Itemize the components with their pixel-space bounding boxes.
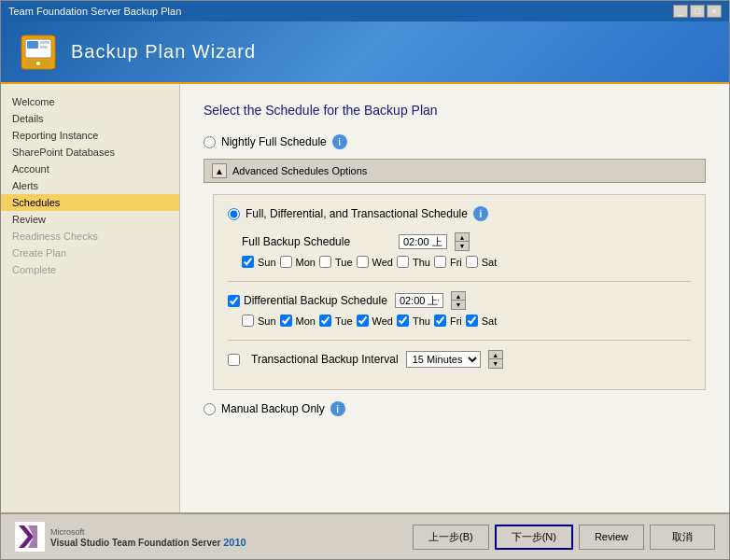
diff-tue-label: Tue [335,315,353,327]
diff-sat-label: Sat [482,315,498,327]
nightly-radio-row: Nightly Full Schedule i [204,134,706,149]
sidebar-item-review[interactable]: Review [1,211,179,228]
sidebar-item-account[interactable]: Account [1,161,179,177]
sidebar-item-complete: Complete [1,261,179,278]
vs-prefix: Microsoft [50,527,85,537]
diff-mon-checkbox[interactable] [280,315,292,327]
sidebar-item-details[interactable]: Details [1,110,179,127]
diff-thu-label: Thu [413,315,430,327]
full-backup-time-input[interactable] [400,235,446,248]
window-title: Team Foundation Server Backup Plan [8,6,181,17]
diff-backup-spin-down[interactable]: ▼ [452,301,465,309]
advanced-content: Full, Differential, and Transactional Sc… [213,194,706,390]
svg-rect-2 [27,41,38,49]
full-sun-checkbox[interactable] [242,256,254,268]
sidebar-item-alerts[interactable]: Alerts [1,177,179,194]
sidebar-item-createplan: Create Plan [1,245,179,261]
nightly-radio[interactable] [204,136,216,148]
svg-rect-4 [40,46,48,49]
full-sat-label: Sat [482,257,498,268]
sidebar-item-readiness: Readiness Checks [1,228,179,245]
sidebar-item-sharepoint[interactable]: SharePoint Databases [1,144,179,161]
diff-tue-checkbox[interactable] [319,315,331,327]
diff-wed-label: Wed [372,315,393,327]
full-tue-label: Tue [335,257,353,268]
review-button[interactable]: Review [579,525,644,550]
main-window: Team Foundation Server Backup Plan _ □ ×… [0,0,730,560]
svg-rect-3 [40,41,49,44]
diff-fri-label: Fri [450,315,462,327]
diff-backup-spin[interactable]: ▲ ▼ [451,291,466,310]
trans-backup-enable-checkbox[interactable] [228,354,240,366]
close-button[interactable]: × [707,5,722,18]
full-thu-label: Thu [413,257,430,268]
diff-thu-checkbox[interactable] [397,315,409,327]
back-button[interactable]: 上一步(B) [413,525,489,550]
advanced-label: Advanced Schedules Options [232,165,367,176]
svg-point-6 [36,62,40,65]
sidebar-item-schedules[interactable]: Schedules [1,194,179,211]
full-diff-trans-info-icon[interactable]: i [473,206,488,221]
full-diff-trans-radio-row: Full, Differential, and Transactional Sc… [228,206,691,221]
vs-year: 2010 [223,537,246,548]
full-fri-label: Fri [450,257,462,268]
vs-name: Visual Studio Team Foundation Server [50,538,220,548]
full-backup-spin-up[interactable]: ▲ [456,233,469,242]
full-sat-checkbox[interactable] [466,256,478,268]
diff-backup-days-row: Sun Mon Tue Wed Thu Fri Sat [242,315,691,327]
diff-backup-enable-checkbox[interactable] [228,295,240,307]
full-backup-block: Full Backup Schedule ▲ ▼ Sun Mon [228,232,691,268]
diff-backup-row: Differential Backup Schedule ▲ ▼ [228,291,691,310]
panel-title: Select the Schedule for the Backup Plan [204,103,706,118]
footer-buttons: 上一步(B) 下一步(N) Review 取消 [413,525,715,550]
diff-wed-checkbox[interactable] [357,315,369,327]
advanced-section-header: ▲ Advanced Schedules Options [204,159,706,183]
diff-backup-spin-up[interactable]: ▲ [452,292,465,301]
manual-label[interactable]: Manual Backup Only [221,402,325,415]
diff-backup-time-input[interactable] [396,294,442,307]
trans-interval-select[interactable]: 15 Minutes 30 Minutes 60 Minutes [406,351,481,368]
title-bar: Team Foundation Server Backup Plan _ □ × [1,1,729,21]
full-thu-checkbox[interactable] [397,256,409,268]
sidebar-item-reporting[interactable]: Reporting Instance [1,127,179,144]
full-mon-label: Mon [296,257,316,268]
full-tue-checkbox[interactable] [319,256,331,268]
full-fri-checkbox[interactable] [434,256,446,268]
minimize-button[interactable]: _ [673,5,688,18]
full-backup-row: Full Backup Schedule ▲ ▼ [228,232,691,251]
trans-spin[interactable]: ▲ ▼ [488,350,503,369]
vs-logo-text: Microsoft Visual Studio Team Foundation … [50,526,246,548]
nightly-info-icon[interactable]: i [332,134,347,149]
main-panel: Select the Schedule for the Backup Plan … [180,84,729,512]
diff-backup-block: Differential Backup Schedule ▲ ▼ Sun [228,291,691,327]
next-button[interactable]: 下一步(N) [495,525,573,550]
header-banner: Backup Plan Wizard [1,21,729,82]
trans-spin-up[interactable]: ▲ [489,351,502,359]
full-backup-spin[interactable]: ▲ ▼ [455,232,470,251]
sidebar-item-welcome[interactable]: Welcome [1,93,179,110]
full-diff-trans-radio[interactable] [228,208,240,220]
trans-backup-label: Transactional Backup Interval [251,353,399,366]
full-backup-label: Full Backup Schedule [242,235,391,248]
full-diff-trans-label[interactable]: Full, Differential, and Transactional Sc… [246,207,468,220]
diff-fri-checkbox[interactable] [434,315,446,327]
cancel-button[interactable]: 取消 [650,525,715,550]
diff-sat-checkbox[interactable] [466,315,478,327]
full-wed-checkbox[interactable] [357,256,369,268]
trans-spin-down[interactable]: ▼ [489,359,502,368]
diff-sun-checkbox[interactable] [242,315,254,327]
sidebar: Welcome Details Reporting Instance Share… [1,84,180,512]
vs-logo: Microsoft Visual Studio Team Foundation … [15,522,246,552]
diff-sun-label: Sun [258,315,276,327]
divider-2 [228,340,691,341]
manual-radio[interactable] [204,403,216,415]
wizard-icon [20,34,57,71]
advanced-collapse-button[interactable]: ▲ [212,163,227,178]
nightly-label[interactable]: Nightly Full Schedule [221,135,327,148]
full-sun-label: Sun [258,257,276,268]
manual-info-icon[interactable]: i [330,401,345,416]
maximize-button[interactable]: □ [690,5,705,18]
full-backup-spin-down[interactable]: ▼ [456,242,469,250]
full-backup-time-group [399,234,447,249]
full-mon-checkbox[interactable] [280,256,292,268]
